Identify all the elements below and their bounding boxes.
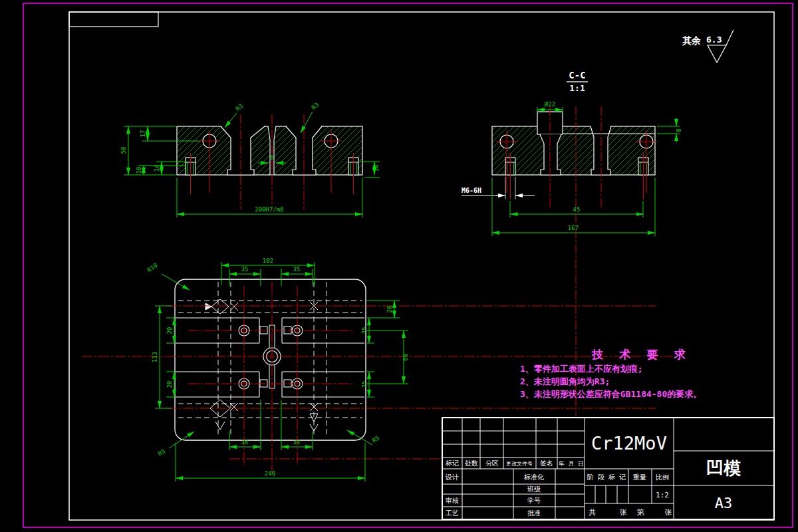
surface-note-prefix: 其余	[682, 35, 701, 46]
leader-front-right-radius: R3	[311, 101, 321, 111]
section-scale: 1:1	[569, 83, 585, 93]
tech-req-item-1: 1、零件加工表面上不应有划痕;	[520, 362, 733, 375]
tb-header-zone: 分区	[485, 460, 499, 467]
tb-mid-class: 班级	[527, 485, 541, 493]
front-section-view: 50 17 10 14 14 6 200H7/m6 R3 R3	[120, 101, 380, 217]
thread-label: M6-6H	[462, 187, 481, 194]
tb-mid-number: 学号	[527, 497, 541, 504]
die-plate-outline	[175, 279, 366, 440]
tb-header-mark: 标记	[445, 460, 459, 467]
dim-front-counterbore-depth: 17	[140, 130, 146, 138]
tb-mid-standard: 标准化	[523, 473, 544, 481]
dim-plan-top-span: 102	[263, 257, 273, 264]
tb-tally-no: 第	[637, 508, 644, 517]
tb-scale-value: 1:2	[656, 491, 669, 499]
dim-cc-pin-spacing: 45	[573, 206, 581, 213]
dim-cc-step-depth: 8	[676, 128, 682, 132]
tb-row-design: 设计	[445, 473, 459, 481]
leader-plan-corner-radius: R10	[146, 262, 159, 274]
tb-tally-sheet1: 张	[620, 508, 627, 517]
dim-plan-right-top: 20	[386, 306, 393, 313]
dim-plan-top-left: 35	[241, 266, 249, 273]
tb-mid-approve: 批准	[527, 509, 541, 517]
dim-front-thread-depth: 10	[136, 167, 142, 174]
roughness-symbol-icon	[708, 45, 726, 63]
frame-corner-box	[69, 12, 158, 27]
tb-header-docno: 更改文件号	[506, 461, 533, 467]
drawing-sheet: 50 17 10 14 14 6 200H7/m6 R3 R3 C-C 1:1	[0, 0, 798, 532]
surface-finish-note: 其余 6.3	[682, 30, 733, 63]
tech-req-item-3: 3、未注明形状公差应符合GB1184-80的要求。	[520, 388, 733, 400]
tb-weight-label: 重量	[632, 473, 646, 481]
tb-stage-label: 阶 段 标 记	[587, 473, 626, 481]
leader-plan-br-radius: R5	[371, 434, 381, 444]
tb-header-date: 年 月 日	[559, 460, 584, 467]
title-block: 标记 处数 分区 更改文件号 签名 年 月 日 设计 审核 工艺 标准化 班级 …	[442, 418, 774, 519]
dim-plan-left-lower: 20	[166, 381, 173, 388]
tb-scale-label: 比例	[656, 473, 669, 481]
dim-front-overall-width-fit: 200H7/m6	[255, 206, 283, 213]
tb-row-check: 审核	[446, 497, 459, 504]
dim-front-slot-width: 6	[271, 155, 274, 161]
dim-plan-top-right: 35	[293, 266, 301, 273]
surface-roughness-value: 6.3	[706, 35, 722, 45]
tb-tally-sheet2: 张	[665, 508, 672, 517]
tb-tally-total: 共	[589, 508, 597, 517]
tb-sheet-size: A3	[715, 495, 733, 511]
leader-plan-bl-radius: R5	[157, 448, 167, 457]
dim-cc-boss-dia: Ø22	[545, 101, 555, 108]
tb-row-process: 工艺	[446, 509, 459, 517]
section-plane-marks	[205, 299, 318, 431]
tb-part-name: 凹模	[706, 458, 741, 478]
dim-plan-bottom-left: 34	[241, 439, 249, 446]
tb-header-count: 处数	[465, 460, 478, 467]
dim-front-overall-height: 50	[120, 147, 127, 154]
dim-cc-overall-width: 167	[568, 225, 579, 231]
dim-plan-right-lower: 25	[361, 381, 368, 388]
tech-req-item-2: 2、未注明圆角均为R3;	[520, 375, 733, 388]
dim-front-hole-depth: 14	[154, 165, 160, 172]
dim-plan-left-span: 113	[152, 352, 158, 362]
dim-plan-right-span: 60	[402, 354, 409, 361]
tb-header-sign: 签名	[540, 460, 553, 467]
dim-plan-right-upper: 25	[361, 327, 368, 334]
screw-holes	[239, 325, 303, 389]
section-title: C-C	[569, 70, 585, 80]
leader-front-left-radius: R3	[235, 102, 245, 112]
cc-section-view: C-C 1:1	[462, 70, 682, 459]
tech-req-title: 技 术 要 求	[592, 347, 733, 362]
thread-callout: M6-6H	[462, 177, 535, 199]
cad-drawing-canvas: 50 17 10 14 14 6 200H7/m6 R3 R3 C-C 1:1	[0, 0, 798, 532]
dim-front-hole-depth-right: 14	[373, 165, 380, 172]
technical-requirements: 技 术 要 求 1、零件加工表面上不应有划痕; 2、未注明圆角均为R3; 3、未…	[520, 347, 733, 400]
dim-plan-bottom-right: 34	[293, 439, 301, 446]
dim-plan-overall-width: 240	[265, 470, 275, 477]
tb-material: Cr12MoV	[591, 433, 667, 454]
dim-plan-left-upper: 20	[166, 327, 173, 334]
